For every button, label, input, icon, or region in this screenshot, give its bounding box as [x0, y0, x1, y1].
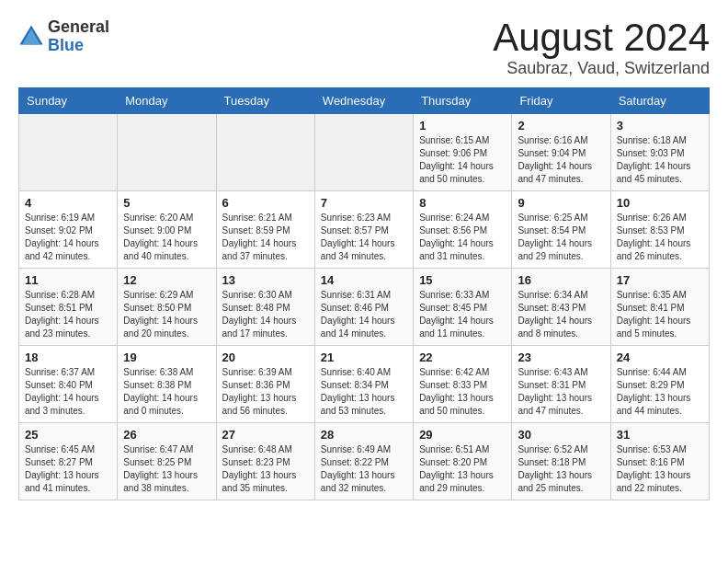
day-number: 28	[321, 428, 407, 442]
day-info: Sunrise: 6:31 AMSunset: 8:46 PMDaylight:…	[321, 289, 407, 340]
day-info: Sunrise: 6:20 AMSunset: 9:00 PMDaylight:…	[123, 212, 210, 263]
calendar-cell	[314, 114, 413, 191]
day-number: 29	[419, 428, 506, 442]
day-info: Sunrise: 6:15 AMSunset: 9:06 PMDaylight:…	[419, 134, 506, 186]
calendar-cell: 7Sunrise: 6:23 AMSunset: 8:57 PMDaylight…	[314, 191, 413, 269]
day-number: 15	[419, 273, 506, 287]
day-info: Sunrise: 6:23 AMSunset: 8:57 PMDaylight:…	[321, 212, 407, 263]
day-number: 1	[419, 119, 506, 132]
day-number: 10	[617, 196, 703, 210]
day-number: 19	[123, 350, 210, 364]
day-number: 6	[222, 196, 309, 210]
day-number: 18	[25, 350, 111, 364]
calendar-cell: 26Sunrise: 6:47 AMSunset: 8:25 PMDayligh…	[118, 423, 216, 500]
calendar-cell: 14Sunrise: 6:31 AMSunset: 8:46 PMDayligh…	[314, 269, 413, 346]
calendar-week-row: 18Sunrise: 6:37 AMSunset: 8:40 PMDayligh…	[19, 346, 710, 423]
logo-text: General Blue	[48, 18, 109, 55]
calendar-cell: 5Sunrise: 6:20 AMSunset: 9:00 PMDaylight…	[118, 191, 216, 269]
weekday-header-wednesday: Wednesday	[314, 88, 413, 114]
day-info: Sunrise: 6:40 AMSunset: 8:34 PMDaylight:…	[321, 366, 407, 418]
logo: General Blue	[18, 18, 109, 55]
calendar-cell	[216, 114, 314, 191]
weekday-header-tuesday: Tuesday	[216, 88, 314, 114]
day-info: Sunrise: 6:47 AMSunset: 8:25 PMDaylight:…	[123, 443, 210, 495]
calendar-week-row: 25Sunrise: 6:45 AMSunset: 8:27 PMDayligh…	[19, 423, 710, 500]
day-number: 20	[222, 350, 309, 364]
calendar-cell	[19, 114, 118, 191]
day-info: Sunrise: 6:24 AMSunset: 8:56 PMDaylight:…	[419, 212, 506, 263]
weekday-header-saturday: Saturday	[610, 88, 709, 114]
logo-icon	[18, 24, 44, 50]
day-info: Sunrise: 6:28 AMSunset: 8:51 PMDaylight:…	[25, 289, 111, 340]
day-info: Sunrise: 6:37 AMSunset: 8:40 PMDaylight:…	[25, 366, 111, 418]
calendar-cell	[118, 114, 216, 191]
calendar-cell: 31Sunrise: 6:53 AMSunset: 8:16 PMDayligh…	[610, 423, 709, 500]
day-number: 26	[123, 428, 210, 442]
day-info: Sunrise: 6:35 AMSunset: 8:41 PMDaylight:…	[617, 289, 703, 340]
weekday-header-friday: Friday	[512, 88, 610, 114]
day-number: 30	[518, 428, 604, 442]
day-number: 5	[123, 196, 210, 210]
page-header: General Blue August 2024 Saubraz, Vaud, …	[18, 18, 710, 78]
calendar-cell: 3Sunrise: 6:18 AMSunset: 9:03 PMDaylight…	[610, 114, 709, 191]
weekday-header-row: SundayMondayTuesdayWednesdayThursdayFrid…	[19, 88, 710, 114]
day-number: 9	[518, 196, 604, 210]
day-number: 7	[321, 196, 407, 210]
weekday-header-monday: Monday	[118, 88, 216, 114]
day-info: Sunrise: 6:49 AMSunset: 8:22 PMDaylight:…	[321, 443, 407, 495]
calendar-cell: 16Sunrise: 6:34 AMSunset: 8:43 PMDayligh…	[512, 269, 610, 346]
calendar-cell: 24Sunrise: 6:44 AMSunset: 8:29 PMDayligh…	[610, 346, 709, 423]
day-number: 27	[222, 428, 309, 442]
calendar-cell: 22Sunrise: 6:42 AMSunset: 8:33 PMDayligh…	[414, 346, 512, 423]
day-info: Sunrise: 6:18 AMSunset: 9:03 PMDaylight:…	[617, 134, 703, 186]
day-info: Sunrise: 6:51 AMSunset: 8:20 PMDaylight:…	[419, 443, 506, 495]
calendar-cell: 4Sunrise: 6:19 AMSunset: 9:02 PMDaylight…	[19, 191, 118, 269]
calendar-cell: 25Sunrise: 6:45 AMSunset: 8:27 PMDayligh…	[19, 423, 118, 500]
title-section: August 2024 Saubraz, Vaud, Switzerland	[493, 18, 710, 78]
day-number: 17	[617, 273, 703, 287]
calendar-week-row: 1Sunrise: 6:15 AMSunset: 9:06 PMDaylight…	[19, 114, 710, 191]
day-number: 16	[518, 273, 604, 287]
calendar-week-row: 11Sunrise: 6:28 AMSunset: 8:51 PMDayligh…	[19, 269, 710, 346]
day-info: Sunrise: 6:39 AMSunset: 8:36 PMDaylight:…	[222, 366, 309, 418]
day-number: 23	[518, 350, 604, 364]
day-number: 24	[617, 350, 703, 364]
day-info: Sunrise: 6:53 AMSunset: 8:16 PMDaylight:…	[617, 443, 703, 495]
day-info: Sunrise: 6:21 AMSunset: 8:59 PMDaylight:…	[222, 212, 309, 263]
day-info: Sunrise: 6:44 AMSunset: 8:29 PMDaylight:…	[617, 366, 703, 418]
calendar-cell: 19Sunrise: 6:38 AMSunset: 8:38 PMDayligh…	[118, 346, 216, 423]
logo-blue-text: Blue	[48, 37, 109, 55]
calendar-cell: 27Sunrise: 6:48 AMSunset: 8:23 PMDayligh…	[216, 423, 314, 500]
location-subtitle: Saubraz, Vaud, Switzerland	[493, 59, 710, 78]
day-number: 22	[419, 350, 506, 364]
calendar-cell: 8Sunrise: 6:24 AMSunset: 8:56 PMDaylight…	[414, 191, 512, 269]
calendar-cell: 10Sunrise: 6:26 AMSunset: 8:53 PMDayligh…	[610, 191, 709, 269]
day-info: Sunrise: 6:19 AMSunset: 9:02 PMDaylight:…	[25, 212, 111, 263]
month-year-title: August 2024	[493, 18, 710, 57]
calendar-cell: 12Sunrise: 6:29 AMSunset: 8:50 PMDayligh…	[118, 269, 216, 346]
day-number: 4	[25, 196, 111, 210]
day-info: Sunrise: 6:38 AMSunset: 8:38 PMDaylight:…	[123, 366, 210, 418]
day-info: Sunrise: 6:26 AMSunset: 8:53 PMDaylight:…	[617, 212, 703, 263]
day-info: Sunrise: 6:43 AMSunset: 8:31 PMDaylight:…	[518, 366, 604, 418]
calendar-cell: 28Sunrise: 6:49 AMSunset: 8:22 PMDayligh…	[314, 423, 413, 500]
calendar-cell: 23Sunrise: 6:43 AMSunset: 8:31 PMDayligh…	[512, 346, 610, 423]
logo-general-text: General	[48, 18, 109, 37]
day-info: Sunrise: 6:16 AMSunset: 9:04 PMDaylight:…	[518, 134, 604, 186]
day-info: Sunrise: 6:42 AMSunset: 8:33 PMDaylight:…	[419, 366, 506, 418]
calendar-cell: 6Sunrise: 6:21 AMSunset: 8:59 PMDaylight…	[216, 191, 314, 269]
day-number: 25	[25, 428, 111, 442]
day-info: Sunrise: 6:52 AMSunset: 8:18 PMDaylight:…	[518, 443, 604, 495]
day-number: 11	[25, 273, 111, 287]
calendar-cell: 30Sunrise: 6:52 AMSunset: 8:18 PMDayligh…	[512, 423, 610, 500]
calendar-table: SundayMondayTuesdayWednesdayThursdayFrid…	[18, 87, 710, 500]
day-info: Sunrise: 6:34 AMSunset: 8:43 PMDaylight:…	[518, 289, 604, 340]
day-number: 3	[617, 119, 703, 132]
day-number: 2	[518, 119, 604, 132]
day-number: 13	[222, 273, 309, 287]
calendar-cell: 1Sunrise: 6:15 AMSunset: 9:06 PMDaylight…	[414, 114, 512, 191]
calendar-cell: 9Sunrise: 6:25 AMSunset: 8:54 PMDaylight…	[512, 191, 610, 269]
calendar-cell: 29Sunrise: 6:51 AMSunset: 8:20 PMDayligh…	[414, 423, 512, 500]
day-number: 14	[321, 273, 407, 287]
day-info: Sunrise: 6:45 AMSunset: 8:27 PMDaylight:…	[25, 443, 111, 495]
